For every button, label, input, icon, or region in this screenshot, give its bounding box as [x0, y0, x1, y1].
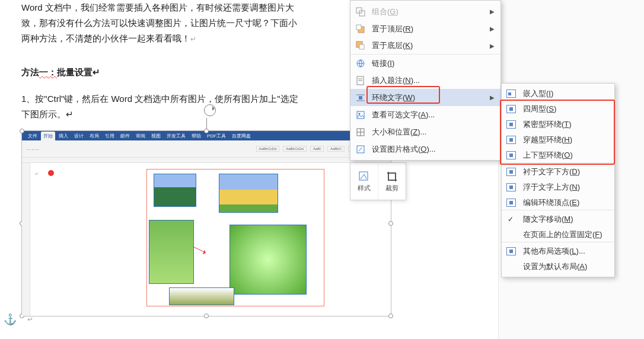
submenu-item-through[interactable]: 穿越型环绕(H)	[502, 132, 614, 148]
submenu-label: 编辑环绕顶点(E)	[523, 197, 579, 208]
menu-item-caption[interactable]: 插入题注(N)...	[350, 72, 500, 89]
rotate-stem	[206, 118, 207, 129]
submenu-label: 紧密型环绕(T)	[523, 119, 572, 130]
menu-item-wrap[interactable]: 环绕文字(W)▶	[350, 89, 500, 106]
submenu-label: 设置为默认布局(A)	[523, 261, 587, 272]
context-menu: 组合(G)▶置于顶层(R)▶置于底层(K)▶链接(I)插入题注(N)...环绕文…	[350, 0, 501, 161]
picture[interactable]	[154, 174, 196, 207]
inner-ribbon-row: ⋯ ⋯ ⋯ AaBbCcDdAaBbCcDdAaBIAaBbCAaBbCAaBb…	[22, 140, 391, 157]
resize-handle[interactable]	[388, 314, 393, 318]
step1-a: 1、按"Ctrl"键，然后在 Word 文档选中所有图片，使所有图片加上"选定	[21, 94, 298, 104]
inner-tab[interactable]: 审阅	[133, 132, 148, 140]
submenu-arrow-icon: ▶	[490, 8, 495, 15]
style-preview: AaBbCcDd	[256, 146, 280, 152]
resize-handle[interactable]	[388, 221, 393, 226]
margin-dot: ↵	[35, 171, 39, 177]
resize-handle[interactable]	[204, 314, 209, 318]
caption-icon	[355, 75, 366, 86]
inner-tab[interactable]: 布局	[87, 132, 101, 140]
heading-pre: 方法	[21, 67, 39, 77]
inner-ruler	[22, 157, 391, 163]
wrap-inline-icon	[506, 89, 516, 98]
front-icon	[355, 24, 366, 34]
menu-item-fmt[interactable]: 设置图片格式(O)...	[350, 140, 500, 158]
submenu-item-more[interactable]: 其他布局选项(L)...	[502, 244, 614, 259]
wrap-topbottom-icon	[506, 151, 516, 159]
picture[interactable]	[169, 287, 234, 305]
inner-tab[interactable]: 设计	[72, 132, 86, 140]
mini-toolbar: 样式 裁剪	[350, 162, 406, 200]
menu-item-back[interactable]: 置于底层(K)▶	[350, 37, 500, 55]
menu-label: 插入题注(N)...	[372, 75, 420, 86]
doc-body: Word 文档中，我们经常需要插入各种图片，有时候还需要调整图片大 致，那有没有…	[21, 0, 401, 122]
submenu-item-fix[interactable]: 在页面上的位置固定(F)	[502, 227, 614, 242]
svg-rect-6	[359, 44, 364, 49]
wrap-icon	[355, 92, 366, 103]
resize-handle[interactable]	[20, 129, 24, 133]
inner-left-ruler	[22, 163, 30, 316]
alt-icon	[355, 110, 366, 120]
wrap-more-icon	[506, 247, 516, 255]
resize-handle[interactable]	[204, 129, 209, 133]
submenu-item-topbottom[interactable]: 上下型环绕(O)	[502, 148, 614, 163]
inner-tab[interactable]: PDF工具	[205, 132, 228, 140]
embedded-screenshot[interactable]: 文件开始插入设计布局引用邮件审阅视图开发工具帮助PDF工具百度网盘 ⋯ ⋯ ⋯ …	[21, 130, 391, 316]
inner-tab[interactable]: 邮件	[118, 132, 132, 140]
submenu-arrow-icon: ▶	[490, 94, 495, 101]
inner-tab[interactable]: 文件	[25, 132, 40, 140]
inner-tab[interactable]: 插入	[56, 132, 71, 140]
rotate-handle-icon[interactable]	[204, 104, 216, 116]
submenu-arrow-icon: ▶	[490, 43, 495, 49]
svg-rect-14	[357, 111, 364, 119]
submenu-item-behind[interactable]: 衬于文字下方(D)	[502, 164, 614, 180]
style-preview: AaBbCcDd	[283, 146, 307, 152]
menu-label: 置于顶层(R)	[372, 24, 413, 34]
menu-item-group[interactable]: 组合(G)▶	[350, 3, 500, 20]
submenu-item-tight[interactable]: 紧密型环绕(T)	[502, 117, 614, 132]
submenu-label: 随文字移动(M)	[523, 214, 573, 225]
menu-label: 大小和位置(Z)...	[372, 127, 426, 137]
menu-item-size[interactable]: 大小和位置(Z)...	[350, 123, 500, 140]
style-icon	[358, 171, 370, 183]
crop-icon	[386, 171, 398, 183]
submenu-label: 四周型(S)	[523, 104, 556, 114]
submenu-item-default[interactable]: 设置为默认布局(A)	[502, 259, 614, 274]
menu-item-link[interactable]: 链接(I)	[350, 55, 500, 72]
wrap-through-icon	[506, 136, 516, 144]
picture[interactable]	[149, 220, 194, 284]
submenu-item-move[interactable]: ✓随文字移动(M)	[502, 212, 614, 227]
inner-tab[interactable]: 开始	[41, 132, 55, 140]
check-icon: ✓	[508, 215, 514, 223]
paragraph-line: Word 文档中，我们经常需要插入各种图片，有时候还需要调整图片大	[21, 2, 294, 12]
menu-label: 环绕文字(W)	[372, 92, 415, 103]
submenu-label: 衬于文字下方(D)	[523, 167, 580, 177]
menu-label: 组合(G)	[372, 7, 398, 17]
inner-tab[interactable]: 引用	[103, 132, 117, 140]
record-dot-icon	[48, 170, 54, 176]
picture[interactable]	[229, 225, 307, 295]
submenu-item-inline[interactable]: 嵌入型(I)	[502, 86, 614, 101]
menu-item-front[interactable]: 置于顶层(R)▶	[350, 20, 500, 37]
picture[interactable]	[219, 174, 278, 213]
inner-ribbon: 文件开始插入设计布局引用邮件审阅视图开发工具帮助PDF工具百度网盘 ⋯ ⋯ ⋯ …	[22, 131, 391, 157]
submenu-item-square[interactable]: 四周型(S)	[502, 101, 614, 117]
anchor-icon: ⚓	[4, 313, 17, 326]
submenu-label: 其他布局选项(L)...	[523, 246, 585, 257]
inner-tab[interactable]: 开发工具	[164, 132, 188, 140]
menu-label: 查看可选文字(A)...	[372, 110, 435, 120]
mini-crop-button[interactable]: 裁剪	[378, 163, 406, 200]
size-icon	[355, 127, 366, 137]
mini-crop-label: 裁剪	[385, 184, 398, 193]
mini-style-label: 样式	[358, 184, 371, 193]
submenu-item-editpts[interactable]: 编辑环绕顶点(E)	[502, 195, 614, 210]
mini-style-button[interactable]: 样式	[350, 163, 378, 200]
inner-tab[interactable]: 百度网盘	[229, 132, 253, 140]
wrap-text-submenu: 嵌入型(I)四周型(S)紧密型环绕(T)穿越型环绕(H)上下型环绕(O)衬于文字…	[501, 83, 615, 277]
menu-item-alt[interactable]: 查看可选文字(A)...	[350, 106, 500, 123]
wrap-front2-icon	[506, 183, 516, 191]
heading-method1: 方法一：批量设置↵	[21, 67, 401, 78]
heading-wave: 一：	[39, 67, 57, 77]
inner-tab[interactable]: 视图	[149, 132, 163, 140]
submenu-item-front2[interactable]: 浮于文字上方(N)	[502, 180, 614, 195]
inner-tab[interactable]: 帮助	[189, 132, 203, 140]
